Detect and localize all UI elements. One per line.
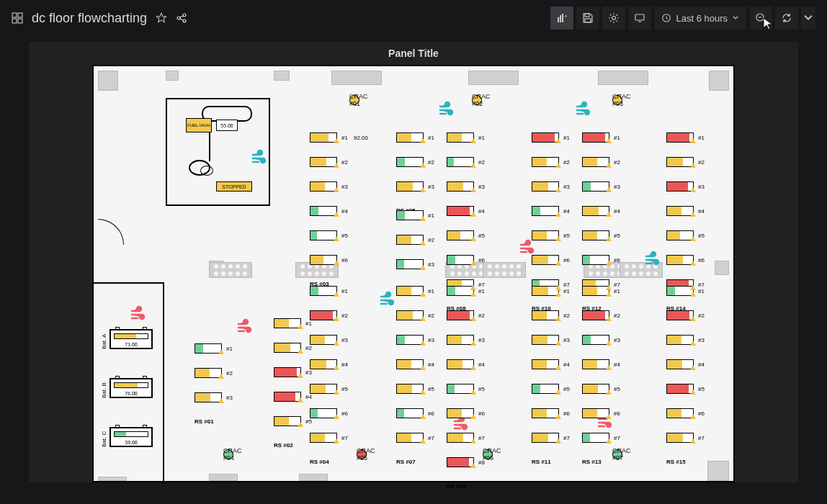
warning-icon (420, 163, 426, 168)
warning-icon (334, 163, 339, 168)
rack-index: #5 (341, 386, 352, 392)
rack-row: #4 (447, 206, 488, 216)
dashboard-topbar: dc floor flowcharting + Last 6 hours (0, 0, 827, 36)
rack-row: #2 (666, 157, 708, 167)
rack-row: #1 (447, 286, 488, 296)
rack-row: #6 (310, 255, 371, 265)
rack-index: #5 (563, 386, 573, 392)
wall (166, 98, 270, 99)
rack-group-label: RS #02 (274, 442, 316, 449)
warning-icon (470, 365, 476, 370)
pillar (331, 71, 382, 85)
warning-icon (298, 348, 303, 354)
warning-icon (555, 365, 561, 370)
pipe (209, 132, 210, 161)
time-range-picker[interactable]: Last 6 hours (654, 6, 746, 30)
rack-row: #5 (532, 230, 573, 240)
rack-group-label: RS #04 (310, 459, 352, 465)
rack-index: #2 (563, 159, 573, 166)
rack-row: #4 (582, 206, 624, 216)
rack-index: #4 (614, 361, 624, 368)
battery-widget: 76.00 (109, 378, 153, 398)
rack-row: #1 (396, 132, 438, 143)
rack-group: #1#2#3#4#5#6#7RS #07 (396, 286, 438, 363)
warning-icon (334, 212, 339, 217)
tv-mode-button[interactable] (628, 6, 651, 30)
rack-row: #7 (396, 433, 438, 443)
rack-index: #3 (341, 184, 352, 190)
warning-icon (606, 187, 612, 192)
rack-index: #4 (563, 361, 573, 368)
floor-grate (483, 262, 526, 278)
chevron-down-icon (732, 14, 739, 22)
rack-row: #6 (447, 408, 488, 418)
rack-index: #1 (614, 135, 624, 141)
rack-index: #2 (698, 312, 708, 319)
rack-index: #5 (614, 233, 624, 239)
rack-row: #6 (582, 255, 624, 265)
warning-icon (470, 163, 476, 168)
rack-group: #1#2#3#4#5#6#7RS #13 (582, 286, 624, 363)
mouse-cursor-icon (763, 17, 774, 32)
airflow-icon (644, 251, 661, 268)
floor-grate (209, 262, 252, 278)
battery-label: Bat. C (101, 418, 107, 447)
rack-row: #3 (532, 335, 573, 345)
warning-icon (420, 438, 426, 444)
warning-icon (690, 187, 696, 192)
rack-index: #5 (614, 386, 624, 392)
rack-index: #5 (563, 233, 573, 239)
crac-label: CRAC #02 (472, 93, 491, 107)
warning-icon (690, 285, 696, 290)
refresh-interval-button[interactable] (801, 6, 815, 30)
wall (166, 98, 167, 206)
rack-index: #1 (226, 346, 236, 352)
rack-group-label: RS #11 (532, 459, 573, 465)
warning-icon (334, 261, 339, 266)
rack-row: #6 (532, 255, 573, 265)
rack-group: #1#2#3#4#5#6#7RS #04 (310, 286, 352, 363)
panel-title: Panel Title (29, 48, 798, 65)
save-button[interactable] (576, 6, 599, 30)
pillar (707, 461, 729, 481)
warning-icon (420, 138, 426, 143)
warning-icon (334, 414, 339, 419)
warning-icon (555, 316, 561, 321)
pillar (715, 261, 729, 275)
rack-index: #3 (305, 369, 316, 376)
rack-row: #7 (310, 433, 352, 443)
rack-row: #5 (666, 230, 708, 240)
rack-row: #3 (310, 181, 371, 192)
svg-rect-1 (18, 13, 22, 17)
warning-icon (606, 414, 612, 419)
rack-group: #1#2#3RS #05 (396, 132, 438, 169)
rack-group: #1#2#3#4#5#6#7RS #14 (666, 132, 708, 210)
dashboard-title[interactable]: dc floor flowcharting (32, 11, 147, 26)
rack-index: #3 (341, 337, 352, 343)
rack-row: #1 (532, 132, 573, 143)
airflow-icon (379, 291, 396, 308)
rack-index: #2 (478, 312, 488, 319)
rack-index: #4 (478, 208, 488, 215)
refresh-button[interactable] (775, 6, 798, 30)
crac-unit: CRAC #03 (612, 95, 622, 105)
flowchart-panel[interactable]: Panel Title FUEL HIGH 55.00 (29, 42, 798, 482)
rack-row: #1 (447, 132, 488, 143)
topbar-right: + Last 6 hours (550, 6, 815, 30)
warning-icon (334, 316, 339, 321)
star-icon[interactable] (156, 12, 167, 24)
settings-button[interactable] (602, 6, 625, 30)
svg-text:+: + (564, 13, 568, 19)
warning-icon (690, 438, 696, 444)
svg-rect-3 (18, 19, 22, 23)
rack-group: #1#2#3#4#5#6#7RS #12 (582, 132, 624, 210)
share-icon[interactable] (176, 12, 187, 24)
battery-fill (115, 432, 126, 436)
pillar (468, 71, 519, 85)
warning-icon (555, 390, 561, 395)
rack-row: #192.00 (310, 132, 371, 143)
rack-index: #1 (563, 135, 573, 141)
rack-group-label: RS #13 (582, 459, 624, 465)
rack-row: #1 (396, 210, 438, 220)
add-panel-button[interactable]: + (550, 6, 573, 30)
